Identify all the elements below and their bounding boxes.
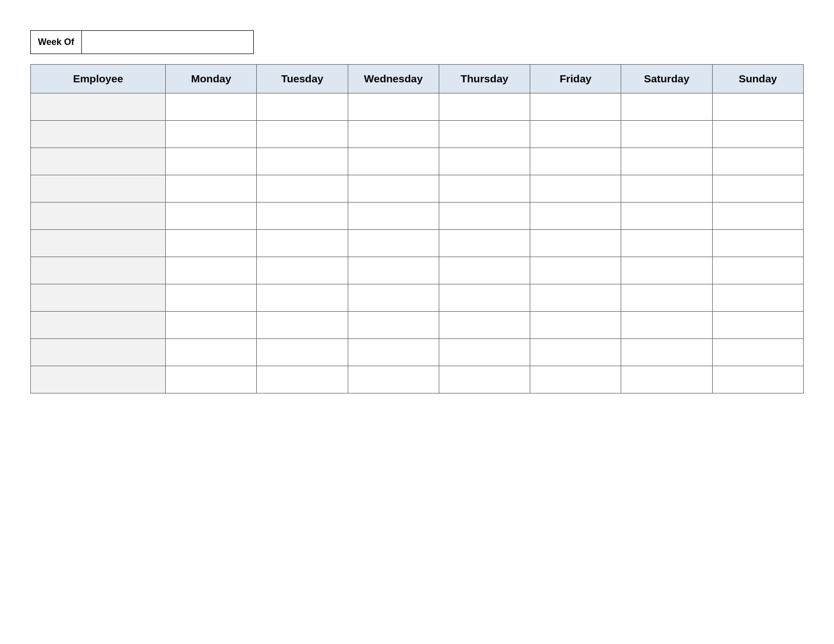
employee-cell[interactable]: [31, 366, 166, 393]
employee-cell[interactable]: [31, 148, 166, 175]
tuesday-cell[interactable]: [257, 312, 348, 339]
saturday-cell[interactable]: [621, 203, 712, 230]
employee-cell[interactable]: [31, 230, 166, 257]
thursday-cell[interactable]: [439, 93, 530, 121]
thursday-cell[interactable]: [439, 257, 530, 284]
friday-cell[interactable]: [530, 339, 621, 366]
sunday-cell[interactable]: [712, 257, 803, 284]
table-row: [31, 366, 804, 393]
monday-cell[interactable]: [166, 175, 257, 203]
friday-cell[interactable]: [530, 148, 621, 175]
tuesday-cell[interactable]: [257, 257, 348, 284]
friday-cell[interactable]: [530, 203, 621, 230]
monday-header: Monday: [166, 65, 257, 93]
saturday-cell[interactable]: [621, 230, 712, 257]
monday-cell[interactable]: [166, 203, 257, 230]
saturday-cell[interactable]: [621, 339, 712, 366]
friday-cell[interactable]: [530, 175, 621, 203]
wednesday-cell[interactable]: [348, 93, 439, 121]
wednesday-cell[interactable]: [348, 203, 439, 230]
employee-cell[interactable]: [31, 175, 166, 203]
tuesday-cell[interactable]: [257, 284, 348, 312]
saturday-cell[interactable]: [621, 257, 712, 284]
thursday-cell[interactable]: [439, 312, 530, 339]
thursday-cell[interactable]: [439, 121, 530, 148]
thursday-cell[interactable]: [439, 339, 530, 366]
wednesday-cell[interactable]: [348, 284, 439, 312]
monday-cell[interactable]: [166, 312, 257, 339]
wednesday-cell[interactable]: [348, 257, 439, 284]
saturday-cell[interactable]: [621, 175, 712, 203]
sunday-cell[interactable]: [712, 312, 803, 339]
week-of-input[interactable]: [82, 30, 254, 54]
tuesday-cell[interactable]: [257, 230, 348, 257]
thursday-cell[interactable]: [439, 230, 530, 257]
wednesday-cell[interactable]: [348, 148, 439, 175]
table-row: [31, 203, 804, 230]
thursday-cell[interactable]: [439, 148, 530, 175]
friday-cell[interactable]: [530, 121, 621, 148]
friday-cell[interactable]: [530, 93, 621, 121]
sunday-cell[interactable]: [712, 148, 803, 175]
saturday-cell[interactable]: [621, 148, 712, 175]
sunday-cell[interactable]: [712, 284, 803, 312]
saturday-cell[interactable]: [621, 366, 712, 393]
thursday-cell[interactable]: [439, 175, 530, 203]
monday-cell[interactable]: [166, 366, 257, 393]
employee-cell[interactable]: [31, 284, 166, 312]
saturday-cell[interactable]: [621, 284, 712, 312]
week-of-label: Week Of: [30, 30, 82, 54]
employee-cell[interactable]: [31, 312, 166, 339]
tuesday-cell[interactable]: [257, 339, 348, 366]
employee-header: Employee: [31, 65, 166, 93]
employee-cell[interactable]: [31, 257, 166, 284]
table-row: [31, 175, 804, 203]
sunday-header: Sunday: [712, 65, 803, 93]
monday-cell[interactable]: [166, 93, 257, 121]
thursday-cell[interactable]: [439, 203, 530, 230]
wednesday-cell[interactable]: [348, 230, 439, 257]
tuesday-cell[interactable]: [257, 93, 348, 121]
sunday-cell[interactable]: [712, 366, 803, 393]
table-row: [31, 93, 804, 121]
saturday-cell[interactable]: [621, 93, 712, 121]
sunday-cell[interactable]: [712, 230, 803, 257]
schedule-table: Employee Monday Tuesday Wednesday Thursd…: [30, 64, 804, 393]
tuesday-cell[interactable]: [257, 121, 348, 148]
monday-cell[interactable]: [166, 148, 257, 175]
wednesday-cell[interactable]: [348, 312, 439, 339]
wednesday-cell[interactable]: [348, 121, 439, 148]
saturday-cell[interactable]: [621, 121, 712, 148]
monday-cell[interactable]: [166, 339, 257, 366]
monday-cell[interactable]: [166, 230, 257, 257]
thursday-cell[interactable]: [439, 366, 530, 393]
tuesday-cell[interactable]: [257, 175, 348, 203]
sunday-cell[interactable]: [712, 121, 803, 148]
friday-cell[interactable]: [530, 284, 621, 312]
employee-cell[interactable]: [31, 203, 166, 230]
wednesday-cell[interactable]: [348, 339, 439, 366]
wednesday-cell[interactable]: [348, 175, 439, 203]
sunday-cell[interactable]: [712, 175, 803, 203]
thursday-cell[interactable]: [439, 284, 530, 312]
saturday-cell[interactable]: [621, 312, 712, 339]
employee-cell[interactable]: [31, 121, 166, 148]
friday-cell[interactable]: [530, 312, 621, 339]
friday-cell[interactable]: [530, 230, 621, 257]
sunday-cell[interactable]: [712, 93, 803, 121]
sunday-cell[interactable]: [712, 203, 803, 230]
table-row: [31, 121, 804, 148]
employee-cell[interactable]: [31, 93, 166, 121]
wednesday-cell[interactable]: [348, 366, 439, 393]
tuesday-cell[interactable]: [257, 366, 348, 393]
saturday-header: Saturday: [621, 65, 712, 93]
friday-cell[interactable]: [530, 366, 621, 393]
employee-cell[interactable]: [31, 339, 166, 366]
sunday-cell[interactable]: [712, 339, 803, 366]
friday-cell[interactable]: [530, 257, 621, 284]
monday-cell[interactable]: [166, 284, 257, 312]
tuesday-cell[interactable]: [257, 148, 348, 175]
monday-cell[interactable]: [166, 121, 257, 148]
tuesday-cell[interactable]: [257, 203, 348, 230]
monday-cell[interactable]: [166, 257, 257, 284]
